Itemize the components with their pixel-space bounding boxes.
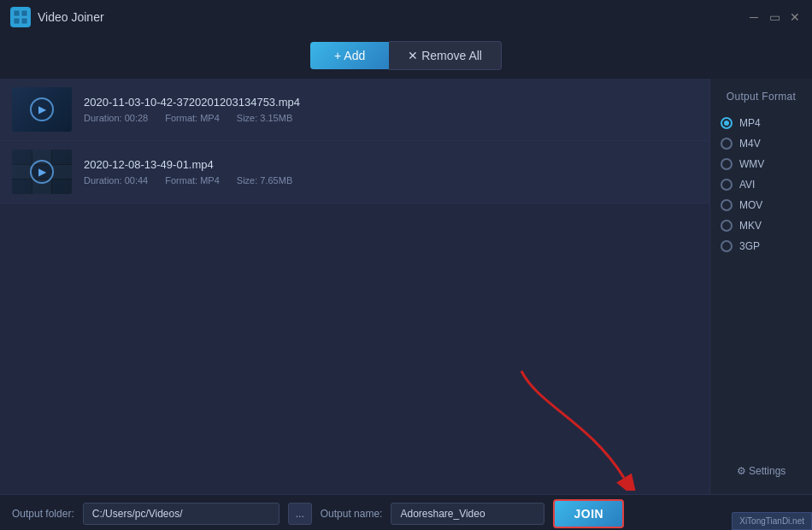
play-icon: ▶ bbox=[30, 97, 54, 121]
add-button[interactable]: + Add bbox=[310, 42, 389, 69]
file-list-area: ▶ 2020-11-03-10-42-3720201203134753.mp4 … bbox=[0, 79, 709, 494]
browse-button[interactable]: ... bbox=[288, 503, 312, 525]
file-size: Size: 7.65MB bbox=[237, 175, 292, 186]
file-size: Size: 3.15MB bbox=[237, 113, 292, 123]
watermark-text: XiTongTianDi.net bbox=[739, 516, 804, 526]
file-item[interactable]: ▶ 2020-11-03-10-42-3720201203134753.mp4 … bbox=[0, 79, 709, 141]
empty-drop-area bbox=[0, 203, 709, 494]
watermark: XiTongTianDi.net bbox=[732, 512, 812, 530]
format-option-m4v[interactable]: M4V bbox=[710, 133, 812, 154]
app-title: Video Joiner bbox=[38, 10, 104, 24]
play-icon: ▶ bbox=[30, 160, 54, 184]
join-button[interactable]: JOIN bbox=[553, 499, 624, 528]
radio-mkv bbox=[721, 220, 733, 232]
file-meta: Duration: 00:44 Format: MP4 Size: 7.65MB bbox=[84, 175, 697, 186]
file-format: Format: MP4 bbox=[165, 175, 220, 186]
format-label-m4v: M4V bbox=[739, 138, 761, 150]
format-option-avi[interactable]: AVI bbox=[710, 174, 812, 195]
close-button[interactable]: ✕ bbox=[788, 10, 802, 24]
file-duration: Duration: 00:28 bbox=[84, 113, 148, 123]
file-name: 2020-11-03-10-42-3720201203134753.mp4 bbox=[84, 96, 697, 109]
folder-label: Output folder: bbox=[12, 508, 74, 520]
svg-rect-3 bbox=[21, 18, 27, 24]
file-duration: Duration: 00:44 bbox=[84, 175, 148, 186]
maximize-button[interactable]: ▭ bbox=[768, 10, 781, 24]
svg-rect-1 bbox=[21, 10, 27, 16]
file-thumbnail: ▶ bbox=[12, 150, 72, 194]
panel-spacer bbox=[710, 256, 812, 456]
bottom-bar: Output folder: ... Output name: JOIN bbox=[0, 494, 812, 530]
file-info: 2020-11-03-10-42-3720201203134753.mp4 Du… bbox=[84, 96, 697, 123]
file-name: 2020-12-08-13-49-01.mp4 bbox=[84, 158, 697, 171]
format-label-wmv: WMV bbox=[739, 158, 764, 170]
format-option-3gp[interactable]: 3GP bbox=[710, 236, 812, 256]
app-icon bbox=[10, 7, 31, 27]
format-label-avi: AVI bbox=[739, 179, 755, 191]
format-label-3gp: 3GP bbox=[739, 240, 760, 252]
svg-rect-0 bbox=[14, 10, 20, 16]
format-option-mp4[interactable]: MP4 bbox=[710, 113, 812, 133]
output-format-title: Output Format bbox=[710, 87, 812, 113]
file-item[interactable]: ▶ 2020-12-08-13-49-01.mp4 Duration: 00:4… bbox=[0, 141, 709, 203]
radio-wmv bbox=[721, 158, 733, 170]
arrow-annotation bbox=[504, 354, 641, 491]
radio-m4v bbox=[721, 138, 733, 150]
radio-inner-mp4 bbox=[724, 121, 729, 126]
window-controls: ─ ▭ ✕ bbox=[747, 10, 802, 24]
toolbar: + Add ✕ Remove All bbox=[0, 34, 812, 79]
format-option-wmv[interactable]: WMV bbox=[710, 154, 812, 174]
format-label-mov: MOV bbox=[739, 199, 762, 211]
right-panel: Output Format MP4 M4V WMV AVI MOV MKV bbox=[709, 79, 812, 494]
name-input[interactable] bbox=[391, 503, 544, 525]
remove-all-button[interactable]: ✕ Remove All bbox=[389, 41, 502, 70]
folder-input[interactable] bbox=[83, 503, 279, 525]
settings-button[interactable]: ⚙ Settings bbox=[710, 456, 812, 486]
format-option-mov[interactable]: MOV bbox=[710, 195, 812, 215]
file-thumbnail: ▶ bbox=[12, 87, 72, 132]
name-label: Output name: bbox=[321, 508, 383, 520]
title-bar: Video Joiner ─ ▭ ✕ bbox=[0, 0, 812, 34]
title-left: Video Joiner bbox=[10, 7, 104, 27]
minimize-button[interactable]: ─ bbox=[747, 10, 761, 24]
file-info: 2020-12-08-13-49-01.mp4 Duration: 00:44 … bbox=[84, 158, 697, 186]
format-option-mkv[interactable]: MKV bbox=[710, 215, 812, 236]
svg-rect-2 bbox=[14, 18, 20, 24]
radio-mov bbox=[721, 199, 733, 211]
radio-mp4 bbox=[721, 117, 733, 129]
format-label-mkv: MKV bbox=[739, 220, 762, 232]
main-layout: ▶ 2020-11-03-10-42-3720201203134753.mp4 … bbox=[0, 79, 812, 494]
file-format: Format: MP4 bbox=[165, 113, 220, 123]
file-meta: Duration: 00:28 Format: MP4 Size: 3.15MB bbox=[84, 113, 697, 123]
radio-3gp bbox=[721, 240, 733, 252]
format-label-mp4: MP4 bbox=[739, 117, 761, 129]
radio-avi bbox=[721, 179, 733, 191]
